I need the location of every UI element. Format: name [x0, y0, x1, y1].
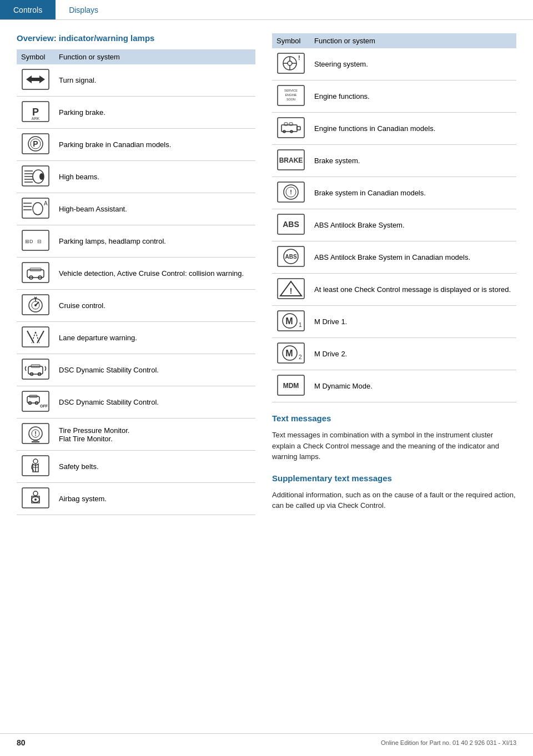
svg-text:P: P	[32, 107, 39, 118]
function-text: High beams.	[54, 161, 255, 193]
svg-text:M: M	[285, 349, 293, 358]
left-col2-header: Function or system	[54, 49, 255, 64]
symbol-cell	[17, 290, 54, 322]
svg-line-41	[37, 331, 44, 343]
text-messages-title: Text messages	[272, 414, 516, 423]
svg-point-68	[34, 498, 37, 501]
function-text: Vehicle detection, Active Cruise Control…	[54, 258, 255, 290]
symbol-cell: P ARK	[17, 97, 54, 129]
symbol-cell: ABS	[272, 209, 310, 241]
symbol-cell	[17, 64, 54, 97]
footer: 80 Online Edition for Part no. 01 40 2 9…	[0, 733, 533, 747]
symbol-cell	[17, 161, 54, 193]
symbol-cell: M 1	[272, 306, 310, 338]
symbol-cell: ABS	[272, 241, 310, 274]
right-column: Symbol Function or system ! Steering sys…	[272, 33, 516, 515]
tab-controls[interactable]: Controls	[0, 0, 56, 19]
function-text: Airbag system.	[54, 483, 255, 515]
symbol-cell: !	[272, 48, 310, 80]
table-row: ! Brake system in Canadian models.	[272, 177, 516, 209]
svg-text:BRAKE: BRAKE	[279, 157, 303, 164]
table-row: Vehicle detection, Active Cruise Control…	[17, 258, 255, 290]
function-text: ABS Antilock Brake System.	[310, 209, 516, 241]
table-row: P Parking brake in Canadian models.	[17, 129, 255, 161]
tab-displays[interactable]: Displays	[56, 0, 112, 19]
svg-text:OFF: OFF	[40, 404, 48, 408]
function-text: M Drive 1.	[310, 306, 516, 338]
svg-text:!: !	[290, 189, 292, 195]
function-text: Engine functions in Canadian models.	[310, 113, 516, 145]
left-section-title: Overview: indicator/warning lamps	[17, 33, 255, 43]
footer-text: Online Edition for Part no. 01 40 2 926 …	[381, 739, 516, 746]
main-content: Overview: indicator/warning lamps Symbol…	[0, 20, 533, 548]
function-text: M Drive 2.	[310, 338, 516, 370]
function-text: Safety belts.	[54, 451, 255, 483]
svg-text:2: 2	[299, 354, 302, 360]
svg-text:ABS: ABS	[285, 254, 296, 260]
table-row: A High-beam Assistant.	[17, 193, 255, 225]
table-row: MDM M Dynamic Mode.	[272, 370, 516, 402]
table-row: ABS ABS Antilock Brake System.	[272, 209, 516, 241]
table-row: M 1 M Drive 1.	[272, 306, 516, 338]
left-column: Overview: indicator/warning lamps Symbol…	[17, 33, 255, 515]
tab-controls-label: Controls	[13, 6, 42, 14]
symbol-cell: !	[17, 419, 54, 451]
table-row: P ARK Parking brake.	[17, 97, 255, 129]
svg-rect-26	[22, 263, 49, 283]
right-col1-header: Symbol	[272, 33, 310, 48]
svg-text:ARK: ARK	[32, 117, 40, 120]
table-row: ! Steering system.	[272, 48, 516, 80]
symbol-cell	[17, 322, 54, 354]
svg-text:1: 1	[299, 322, 302, 328]
svg-point-62	[33, 459, 38, 463]
svg-text:SERVICE: SERVICE	[284, 89, 298, 92]
symbol-cell: !	[272, 274, 310, 306]
svg-text:!: !	[34, 430, 37, 437]
symbol-cell: OFF	[17, 386, 54, 419]
symbol-cell: A	[17, 193, 54, 225]
symbol-cell: MDM	[272, 370, 310, 402]
supplementary-section: Supplementary text messages Additional i…	[272, 473, 516, 511]
svg-rect-84	[297, 127, 300, 130]
svg-rect-9	[22, 166, 49, 186]
function-text: Parking brake in Canadian models.	[54, 129, 255, 161]
svg-rect-44	[22, 359, 49, 379]
table-row: Lane departure warning.	[17, 322, 255, 354]
symbol-cell: !	[272, 177, 310, 209]
symbol-cell	[272, 113, 310, 145]
table-row: BRAKE Brake system.	[272, 145, 516, 177]
function-text: Engine functions.	[310, 80, 516, 113]
function-text: ABS Antilock Brake System in Canadian mo…	[310, 241, 516, 274]
function-text: Parking brake.	[54, 97, 255, 129]
function-text: M Dynamic Mode.	[310, 370, 516, 402]
svg-text:!: !	[298, 54, 300, 61]
symbol-cell: M 2	[272, 338, 310, 370]
function-text: Parking lamps, headlamp control.	[54, 225, 255, 258]
function-text: Lane departure warning.	[54, 322, 255, 354]
symbol-cell: BRAKE	[272, 145, 310, 177]
function-text: Brake system.	[310, 145, 516, 177]
symbol-cell: P	[17, 129, 54, 161]
symbol-cell	[17, 451, 54, 483]
table-row: ! Tire Pressure Monitor. Flat Tire Monit…	[17, 419, 255, 451]
svg-text:ABS: ABS	[283, 220, 299, 229]
svg-rect-49	[22, 391, 49, 411]
svg-line-40	[27, 331, 34, 343]
right-indicator-table: Symbol Function or system ! Steering sys…	[272, 33, 516, 402]
table-row: ! At least one Check Control message is …	[272, 274, 516, 306]
text-messages-body: Text messages in combination with a symb…	[272, 430, 516, 462]
svg-text:A: A	[44, 200, 48, 206]
function-text: DSC Dynamic Stability Control.	[54, 386, 255, 419]
svg-text:!: !	[290, 286, 293, 295]
svg-point-21	[33, 203, 43, 215]
symbol-cell	[17, 258, 54, 290]
supplementary-body: Additional information, such as on the c…	[272, 490, 516, 511]
table-row: Airbag system.	[17, 483, 255, 515]
table-row: High beams.	[17, 161, 255, 193]
page-number: 80	[17, 738, 26, 747]
svg-text:SOON: SOON	[286, 98, 295, 101]
svg-point-66	[33, 491, 38, 496]
table-row: Turn signal.	[17, 64, 255, 97]
table-row: Engine functions in Canadian models.	[272, 113, 516, 145]
function-text: Cruise control.	[54, 290, 255, 322]
